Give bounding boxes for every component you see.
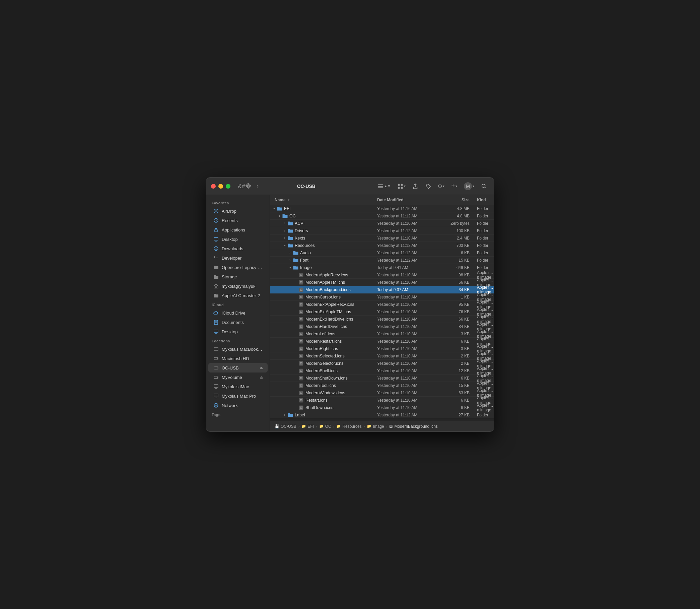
sidebar-item-network[interactable]: Network [208,401,268,410]
table-row[interactable]: 🖼ModernHardDrive.icnsYesterday at 11:10 … [270,323,494,330]
action-button[interactable]: ⊙ ▾ [436,181,447,191]
expand-arrow-icon[interactable]: › [282,229,287,232]
table-row[interactable]: 🖼ModernSelected.icnsYesterday at 11:10 A… [270,352,494,360]
column-date-header[interactable]: Date Modified [377,198,444,202]
maximize-button[interactable] [226,184,230,189]
table-row[interactable]: 🖼ModernAppleRecv.icnsYesterday at 11:10 … [270,271,494,279]
table-row[interactable]: 🖼ModernCursor.icnsYesterday at 11:10 AM1… [270,293,494,301]
expand-arrow-icon[interactable]: › [287,251,293,255]
horizontal-scrollbar[interactable] [270,418,494,421]
sidebar-item-recents[interactable]: Recents [208,216,268,225]
table-row[interactable]: 🖼ModernExtAppleRecv.icnsYesterday at 11:… [270,301,494,308]
sidebar-item-mykolagrymalyuk-macpro[interactable]: Mykola's Mac Pro [208,391,268,401]
minimize-button[interactable] [218,184,223,189]
sidebar-item-downloads[interactable]: Downloads [208,244,268,253]
table-row[interactable]: 🖼ModernTool.icnsYesterday at 11:10 AM15 … [270,382,494,389]
grid-view-button[interactable]: ▾ [395,182,408,191]
eject-button[interactable]: ⏏ [260,366,263,370]
breadcrumb-item[interactable]: 💾OC-USB [275,424,296,429]
table-row[interactable]: ▾OCYesterday at 11:12 AM4.8 MBFolder [270,212,494,220]
collapse-arrow-icon[interactable]: ▾ [271,207,277,210]
sidebar-item-opencore-legacy[interactable]: Opencore-Legacy-Pat… [208,263,268,272]
view-options-button[interactable]: ▲▼ [375,182,393,191]
table-row[interactable]: ›LabelYesterday at 11:12 AM27 KBFolder [270,411,494,418]
column-kind-header[interactable]: Kind [474,198,494,202]
column-size-header[interactable]: Size [444,198,474,202]
table-row[interactable]: 🖼ModernShell.icnsYesterday at 11:10 AM12… [270,367,494,375]
sidebar-item-myvolume[interactable]: MyVolume⏏ [208,372,268,382]
sidebar-item-applications[interactable]: Applications [208,225,268,234]
table-row[interactable]: ›AudioYesterday at 11:12 AM6 KBFolder [270,249,494,257]
icns-icon: 🖼 [298,398,304,403]
statusbar: 💾OC-USB›📁EFI›📁OC›📁Resources›📁Image›🖼Mode… [270,421,494,432]
sidebar-item-macintosh-hd[interactable]: Macintosh HD [208,354,268,363]
sidebar-item-mykolagrymalyuk-imac[interactable]: Mykola's iMac [208,382,268,391]
file-name-cell: 🖼ModernExtAppleRecv.icns [270,302,377,307]
table-row[interactable]: ▾ImageToday at 9:41 AM649 KBFolder [270,264,494,271]
expand-arrow-icon[interactable]: › [287,258,293,262]
table-row[interactable]: 🖼Restart.icnsYesterday at 11:10 AM6 KBAp… [270,397,494,404]
svg-text:🖼: 🖼 [300,406,302,410]
close-button[interactable] [211,184,216,189]
file-list-scroll[interactable]: ▾EFIYesterday at 11:16 AM4.8 MBFolder▾OC… [270,205,494,418]
sidebar-item-applealc[interactable]: AppleALC-master-2 [208,291,268,300]
collapse-arrow-icon[interactable]: ▾ [277,214,282,218]
breadcrumb-item[interactable]: 📁OC [319,424,331,429]
file-date: Yesterday at 11:10 AM [377,346,444,351]
svg-text:🖼: 🖼 [300,289,302,292]
table-row[interactable]: 🖼ModernRight.icnsYesterday at 11:10 AM3 … [270,345,494,352]
table-row[interactable]: 🖼ModernBackground.icnsToday at 9:37 AM34… [270,286,494,293]
table-row[interactable]: ▾ResourcesYesterday at 11:12 AM703 KBFol… [270,242,494,249]
search-button[interactable] [479,182,489,191]
sidebar-item-storage[interactable]: Storage [208,272,268,281]
file-size: 4.8 MB [444,214,474,219]
table-row[interactable]: ›DriversYesterday at 11:12 AM100 KBFolde… [270,227,494,234]
breadcrumb-item[interactable]: 📁Image [367,424,384,429]
expand-arrow-icon[interactable]: › [282,222,287,225]
table-row[interactable]: ›FontYesterday at 11:12 AM15 KBFolder [270,257,494,264]
table-row[interactable]: 🖼ShutDown.icnsYesterday at 11:10 AM6 KBA… [270,404,494,411]
collapse-arrow-icon[interactable]: ▾ [282,244,287,247]
table-row[interactable]: 🖼ModernLeft.icnsYesterday at 11:10 AM3 K… [270,330,494,338]
sidebar-item-airdrop[interactable]: AirDrop [208,206,268,216]
expand-arrow-icon[interactable]: › [282,413,287,417]
sidebar-item-desktop[interactable]: Desktop [208,234,268,244]
table-row[interactable]: 🖼ModernWindows.icnsYesterday at 11:10 AM… [270,389,494,397]
file-name-cell: 🖼ModernRestart.icns [270,339,377,344]
column-name-header[interactable]: Name ▼ [270,198,377,202]
file-size: 66 KB [444,317,474,321]
file-name-cell: 🖼ModernShell.icns [270,368,377,373]
share-button[interactable] [410,182,420,191]
svg-point-9 [214,209,218,213]
table-row[interactable]: ›KextsYesterday at 11:10 AM2.4 MBFolder [270,234,494,242]
file-kind: Folder [474,243,494,248]
eject-button[interactable]: ⏏ [260,375,263,380]
svg-text:🖼: 🖼 [300,333,302,336]
table-row[interactable]: 🖼ModernAppleTM.icnsYesterday at 11:10 AM… [270,279,494,286]
sidebar-item-desktop-icloud[interactable]: Desktop [208,327,268,336]
svg-rect-2 [378,187,383,188]
expand-arrow-icon[interactable]: › [282,236,287,240]
folder-icon [293,258,299,263]
table-row[interactable]: 🖼ModernExtHardDrive.icnsYesterday at 11:… [270,316,494,323]
table-row[interactable]: 🖼ModernRestart.icnsYesterday at 11:10 AM… [270,338,494,345]
table-row[interactable]: ▾EFIYesterday at 11:16 AM4.8 MBFolder [270,205,494,212]
new-folder-button[interactable]: + ▾ [449,181,459,191]
table-row[interactable]: 🖼ModernShutDown.icnsYesterday at 11:10 A… [270,375,494,382]
table-row[interactable]: 🖼ModernExtAppleTM.icnsYesterday at 11:10… [270,308,494,316]
account-button[interactable]: M ▾ [462,181,476,192]
sidebar-item-documents[interactable]: Documents [208,317,268,327]
breadcrumb-item[interactable]: 📁Resources [336,424,362,429]
tag-button[interactable] [423,182,433,191]
sidebar-item-mykolagrymalyuk[interactable]: mykolagrymalyuk [208,281,268,291]
sidebar-item-icloud-drive[interactable]: iCloud Drive [208,308,268,317]
breadcrumb-item[interactable]: 📁EFI [301,424,314,429]
breadcrumb-label: EFI [308,424,314,429]
table-row[interactable]: ›ACPIYesterday at 11:10 AMZero bytesFold… [270,220,494,227]
file-name-cell: 🖼ModernLeft.icns [270,332,377,336]
sidebar-item-macbook-pro[interactable]: Mykola's MacBook Pro [208,344,268,354]
sidebar-item-oc-usb[interactable]: OC-USB⏏ [208,363,268,372]
table-row[interactable]: 🖼ModernSelector.icnsYesterday at 11:10 A… [270,360,494,367]
sidebar-item-developer[interactable]: Developer [208,253,268,263]
collapse-arrow-icon[interactable]: ▾ [287,266,293,269]
